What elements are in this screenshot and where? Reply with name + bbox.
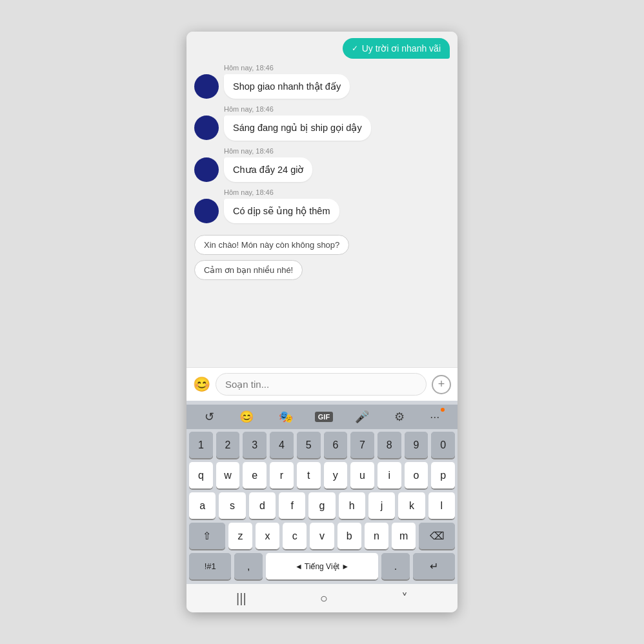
kb-key-w[interactable]: w [216,462,240,489]
kb-key-3[interactable]: 3 [243,432,267,459]
quick-reply-1[interactable]: Xin chào! Món này còn không shop? [194,235,349,255]
kb-key-v[interactable]: v [310,523,334,550]
kb-rows: 1 2 3 4 5 6 7 8 9 0 q w e r t y u i [186,429,458,584]
kb-tool-settings[interactable]: ⚙ [390,408,408,425]
nav-recents-button[interactable]: ||| [236,591,247,606]
chat-area: Uy trời ơi nhanh vãi Hôm nay, 18:46 Shop… [186,32,458,367]
kb-key-q[interactable]: q [189,462,213,489]
kb-key-b[interactable]: b [337,523,361,550]
kb-tool-sticker[interactable]: 🎭 [275,408,297,425]
kb-key-1[interactable]: 1 [189,432,213,459]
kb-language-key[interactable]: ◄ Tiếng Việt ► [266,553,378,580]
message-time-3: Hôm nay, 18:46 [224,147,312,155]
kb-key-period[interactable]: . [381,553,410,580]
kb-row-numbers: 1 2 3 4 5 6 7 8 9 0 [189,432,455,459]
kb-row-asdf: a s d f g h j k l [189,492,455,519]
keyboard-toolbar: ↺ 😊 🎭 GIF 🎤 ⚙ ··· [186,405,458,429]
kb-key-r[interactable]: r [270,462,294,489]
quick-replies: Xin chào! Món này còn không shop? Cảm ơn… [194,230,450,283]
kb-key-s[interactable]: s [219,492,245,519]
kb-tool-gif[interactable]: GIF [315,412,333,422]
kb-key-z[interactable]: z [228,523,252,550]
emoji-button[interactable]: 😊 [193,376,210,393]
kb-enter-button[interactable]: ↵ [413,553,455,580]
message-content-4: Hôm nay, 18:46 Có dịp sẽ ủng hộ thêm [224,188,339,223]
kb-key-d[interactable]: d [249,492,276,519]
kb-key-m[interactable]: m [392,523,416,550]
kb-key-8[interactable]: 8 [377,432,401,459]
avatar-4 [194,199,219,223]
kb-key-o[interactable]: o [405,462,428,489]
kb-symbols-button[interactable]: !#1 [189,553,231,580]
message-bubble-1: Shop giao nhanh thật đấy [224,74,350,99]
avatar-1 [194,74,219,99]
input-area: 😊 + [186,367,458,401]
quick-reply-2[interactable]: Cảm ơn bạn nhiều nhé! [194,260,303,280]
kb-key-h[interactable]: h [339,492,365,519]
message-time-1: Hôm nay, 18:46 [224,64,350,72]
message-group-2: Hôm nay, 18:46 Sáng đang ngủ bị ship gọi… [194,105,450,140]
avatar-2 [194,116,219,140]
kb-key-c[interactable]: c [283,523,307,550]
nav-back-button[interactable]: ˅ [401,590,408,606]
kb-tool-more[interactable]: ··· [426,409,443,425]
bottom-nav: ||| ○ ˅ [186,584,458,612]
kb-key-f[interactable]: f [279,492,305,519]
kb-key-i[interactable]: i [377,462,401,489]
message-bubble-2: Sáng đang ngủ bị ship gọi dậy [224,116,371,140]
kb-backspace-button[interactable]: ⌫ [419,523,455,550]
message-content-1: Hôm nay, 18:46 Shop giao nhanh thật đấy [224,64,350,99]
kb-key-2[interactable]: 2 [216,432,240,459]
phone-frame: Uy trời ơi nhanh vãi Hôm nay, 18:46 Shop… [186,32,458,612]
top-teal-message: Uy trời ơi nhanh vãi [343,38,450,59]
keyboard: ↺ 😊 🎭 GIF 🎤 ⚙ ··· 1 2 3 4 5 6 7 8 9 0 [186,401,458,584]
kb-tool-mic[interactable]: 🎤 [351,408,373,425]
message-content-3: Hôm nay, 18:46 Chưa đầy 24 giờ [224,147,312,182]
message-input[interactable] [216,373,427,396]
message-time-2: Hôm nay, 18:46 [224,105,371,113]
kb-row-bottom: !#1 , ◄ Tiếng Việt ► . ↵ [189,553,455,580]
kb-key-g[interactable]: g [308,492,335,519]
kb-shift-button[interactable]: ⇧ [189,523,225,550]
message-time-4: Hôm nay, 18:46 [224,188,339,196]
message-group-1: Hôm nay, 18:46 Shop giao nhanh thật đấy [194,64,450,99]
message-bubble-4: Có dịp sẽ ủng hộ thêm [224,199,339,223]
kb-key-y[interactable]: y [324,462,348,489]
kb-key-n[interactable]: n [365,523,388,550]
kb-key-p[interactable]: p [431,462,455,489]
kb-key-7[interactable]: 7 [350,432,374,459]
kb-tool-undo[interactable]: ↺ [201,408,218,425]
top-teal-text: Uy trời ơi nhanh vãi [362,43,441,54]
avatar-3 [194,157,219,182]
kb-key-9[interactable]: 9 [405,432,428,459]
kb-key-u[interactable]: u [350,462,374,489]
kb-key-e[interactable]: e [243,462,267,489]
kb-key-t[interactable]: t [297,462,321,489]
message-group-3: Hôm nay, 18:46 Chưa đầy 24 giờ [194,147,450,182]
kb-key-x[interactable]: x [256,523,279,550]
kb-key-5[interactable]: 5 [297,432,321,459]
kb-key-4[interactable]: 4 [270,432,294,459]
kb-row-qwerty: q w e r t y u i o p [189,462,455,489]
message-group-4: Hôm nay, 18:46 Có dịp sẽ ủng hộ thêm [194,188,450,223]
add-attachment-button[interactable]: + [432,375,451,394]
kb-key-l[interactable]: l [428,492,455,519]
kb-tool-emoji[interactable]: 😊 [236,408,257,425]
kb-row-zxcv: ⇧ z x c v b n m ⌫ [189,523,455,550]
kb-key-k[interactable]: k [398,492,425,519]
message-bubble-3: Chưa đầy 24 giờ [224,157,312,182]
kb-key-a[interactable]: a [189,492,216,519]
kb-key-0[interactable]: 0 [431,432,455,459]
kb-key-comma[interactable]: , [234,553,263,580]
kb-key-6[interactable]: 6 [324,432,348,459]
message-content-2: Hôm nay, 18:46 Sáng đang ngủ bị ship gọi… [224,105,371,140]
nav-home-button[interactable]: ○ [320,591,328,606]
kb-key-j[interactable]: j [368,492,395,519]
